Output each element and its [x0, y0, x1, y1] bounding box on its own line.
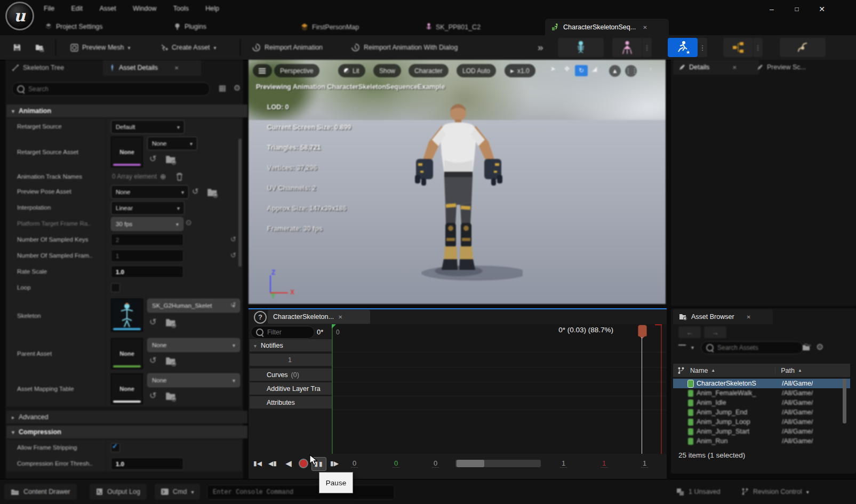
- show-dropdown[interactable]: Show: [373, 64, 401, 77]
- playback-range-end[interactable]: 1: [601, 459, 607, 468]
- unsaved-indicator[interactable]: 1 Unsaved: [676, 484, 721, 500]
- menu-window[interactable]: Window: [125, 0, 164, 17]
- timeline-track-area[interactable]: 0 0* (0.03) (88.7%): [332, 324, 667, 454]
- menu-file[interactable]: File: [36, 0, 62, 17]
- help-icon[interactable]: ?: [254, 311, 267, 324]
- content-drawer-button[interactable]: Content Drawer: [4, 484, 77, 500]
- folders-icon[interactable]: [802, 343, 812, 351]
- tab-preview-scene[interactable]: Preview Sc...: [751, 60, 832, 75]
- use-selected-icon[interactable]: [149, 317, 161, 329]
- reimport-animation-button[interactable]: Reimport Animation: [246, 39, 328, 56]
- forward-button[interactable]: →: [704, 326, 726, 338]
- current-frame-value[interactable]: 0: [432, 459, 439, 468]
- world-local-icon[interactable]: ▲: [609, 65, 621, 77]
- clear-array-trash-icon[interactable]: [176, 173, 183, 181]
- asset-search-input[interactable]: Search Assets: [701, 341, 803, 354]
- tab-sk-pp801-c2[interactable]: SK_PP801_C2: [419, 19, 487, 35]
- menu-edit[interactable]: Edit: [64, 0, 91, 17]
- parent-asset-thumbnail[interactable]: None: [111, 338, 143, 369]
- retarget-source-asset-thumbnail[interactable]: None: [111, 137, 143, 167]
- blueprint-mode-menu-icon[interactable]: [753, 38, 763, 57]
- skeleton-dropdown[interactable]: SK_G2Human_Skelet: [147, 299, 240, 313]
- cmd-button[interactable]: Cmd: [155, 484, 200, 500]
- animation-mode-menu-icon[interactable]: [698, 38, 707, 57]
- unreal-logo[interactable]: u: [5, 2, 34, 30]
- preview-mesh-button[interactable]: Preview Mesh: [65, 39, 136, 56]
- retarget-source-asset-dropdown[interactable]: None: [147, 137, 197, 150]
- blueprint-mode-button[interactable]: [723, 38, 753, 57]
- section-compression[interactable]: Compression: [6, 426, 247, 438]
- save-button[interactable]: [7, 39, 27, 56]
- toolbar-overflow-icon[interactable]: [538, 42, 543, 53]
- use-selected-icon[interactable]: [192, 187, 204, 198]
- minimize-icon[interactable]: –: [763, 2, 781, 16]
- console-command-input[interactable]: Enter Console Command: [207, 485, 395, 500]
- menu-asset[interactable]: Asset: [92, 0, 123, 17]
- reset-to-default-icon[interactable]: [230, 235, 236, 243]
- track-notify-1[interactable]: 1: [250, 354, 339, 366]
- tab-skeleton-tree[interactable]: Skeleton Tree: [5, 60, 70, 76]
- lod-auto-dropdown[interactable]: LOD Auto: [457, 64, 496, 77]
- parent-asset-dropdown[interactable]: None: [147, 338, 240, 352]
- view-range-end[interactable]: 1: [560, 459, 567, 468]
- menu-help[interactable]: Help: [198, 0, 227, 17]
- maximize-icon[interactable]: □: [788, 2, 806, 16]
- scrollbar-handle[interactable]: [457, 460, 484, 467]
- reimport-animation-with-dialog-button[interactable]: Reimport Animation With Dialog: [346, 39, 463, 56]
- viewport-toolbar-expand-icon[interactable]: ›: [650, 65, 652, 73]
- skeleton-thumbnail[interactable]: [111, 299, 143, 332]
- plugins-button[interactable]: Plugins: [174, 18, 206, 35]
- filter-chevron-icon[interactable]: [691, 343, 694, 351]
- browser-settings-gear-icon[interactable]: ⚙: [816, 342, 823, 352]
- character-dropdown[interactable]: Character: [409, 64, 449, 77]
- playhead-handle[interactable]: [638, 325, 647, 337]
- tab-asset-details[interactable]: Asset Details: [103, 60, 201, 76]
- browse-icon[interactable]: [207, 187, 219, 198]
- browse-to-asset-button[interactable]: [30, 39, 50, 56]
- output-log-button[interactable]: Output Log: [90, 484, 147, 500]
- skeleton-mode-button[interactable]: [558, 38, 604, 57]
- timeline-tab-close-icon[interactable]: [338, 313, 342, 321]
- asset-row[interactable]: Anim_Jump_Start/All/Game/: [673, 427, 850, 436]
- section-advanced[interactable]: Advanced: [6, 411, 247, 423]
- preview-pose-asset-dropdown[interactable]: None: [111, 185, 189, 199]
- reset-to-default-icon[interactable]: [230, 301, 236, 309]
- view-range-start[interactable]: 0: [351, 459, 358, 468]
- asset-row[interactable]: Anim_FemaleWalk_/All/Game/: [673, 388, 850, 398]
- asset-row[interactable]: Anim_Jump_End/All/Game/: [673, 407, 850, 417]
- filter-funnel-icon[interactable]: [678, 345, 686, 346]
- mesh-mode-menu-icon[interactable]: [642, 38, 652, 57]
- target-icon[interactable]: ⊙: [186, 218, 192, 227]
- use-selected-icon[interactable]: [149, 390, 161, 402]
- asset-mapping-dropdown[interactable]: None: [147, 373, 240, 387]
- project-settings-button[interactable]: Project Settings: [45, 18, 103, 35]
- timeline-zoom-scrollbar[interactable]: [455, 460, 541, 467]
- column-path[interactable]: Path: [775, 367, 795, 374]
- platform-frame-rate-dropdown[interactable]: 30 fps: [111, 217, 183, 231]
- record-button[interactable]: [297, 457, 310, 470]
- select-tool-icon[interactable]: ➤: [550, 65, 556, 73]
- current-frame-badge[interactable]: 0*: [317, 328, 323, 336]
- tab-close-icon[interactable]: [174, 64, 179, 71]
- tab-close-icon[interactable]: [732, 63, 737, 71]
- tab-details[interactable]: Details: [673, 60, 759, 75]
- asset-row[interactable]: Anim_Idle/All/Game/: [673, 398, 850, 407]
- lit-dropdown[interactable]: Lit: [338, 64, 365, 77]
- step-backward-button[interactable]: ◀▮: [266, 457, 279, 470]
- track-attributes[interactable]: Attributes: [250, 396, 339, 409]
- allow-frame-stripping-checkbox[interactable]: ✓: [111, 443, 120, 452]
- track-notifies[interactable]: Notifies: [250, 339, 339, 351]
- compression-error-threshold-input[interactable]: 1.0: [111, 458, 183, 470]
- sampled-keys-input[interactable]: 2: [111, 234, 183, 246]
- rotate-tool-icon[interactable]: ↻: [575, 65, 588, 76]
- use-selected-icon[interactable]: [149, 355, 161, 367]
- create-asset-button[interactable]: Create Asset: [155, 39, 222, 56]
- browse-icon[interactable]: [165, 154, 177, 165]
- interpolation-dropdown[interactable]: Linear: [111, 201, 185, 215]
- asset-row[interactable]: CharacterSkeletonS/All/Game/: [673, 379, 850, 388]
- source-control-column-icon[interactable]: [677, 366, 685, 375]
- snap-icon[interactable]: ⋮⋮: [625, 65, 637, 77]
- timeline-filter-input[interactable]: Filter: [251, 326, 315, 339]
- reset-to-default-icon[interactable]: [230, 251, 236, 259]
- mesh-mode-button[interactable]: [612, 38, 642, 57]
